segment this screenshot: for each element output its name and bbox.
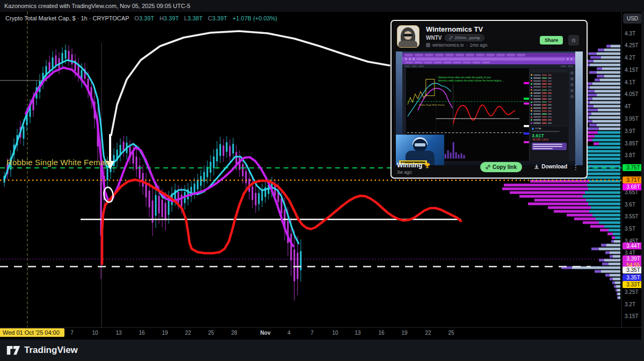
close-value: 3.39T [212,15,227,21]
time-tick: 28 [226,330,242,336]
profile-row-tip [597,75,604,78]
profile-row-tip [600,229,609,232]
tradingview-glyph [6,344,20,356]
channel-avatar[interactable] [397,25,419,48]
profile-row-tip [519,195,583,198]
attribution-bar: Kazonomics created with TradingView.com,… [0,0,644,12]
candle-body [204,172,205,181]
candle-body [162,200,163,217]
download-button[interactable]: Download [534,164,567,170]
time-tick: 16 [134,330,150,336]
candle-body [258,193,260,204]
token-badge[interactable]: 20Xm...pump [445,34,484,41]
price-label: 4.3T [625,31,635,36]
profile-row-tip [587,135,595,138]
price-label: 4.15T [625,67,639,73]
video-age: 3w ago [397,170,411,175]
profile-row-tip [611,240,614,243]
profile-row [586,199,620,202]
profile-row-tip [587,131,598,134]
video-thumbnail[interactable]: Skeleton Krew vibes are really the quali… [396,51,583,165]
profile-row [587,184,620,187]
time-axis[interactable]: Wed 01 Oct '25 04:00 710131619222528Nov4… [0,327,644,340]
channel-handle: WNTV [426,35,442,41]
crosshair-date-badge: Wed 01 Oct '25 04:00 [0,328,64,337]
time-tick: 4 [281,330,297,336]
profile-row-tip [587,90,595,93]
channel-site[interactable]: winternomics.tv [432,42,464,48]
candle-body [252,187,254,200]
price-label: 3.95T [625,116,639,122]
more-options-button[interactable]: ⋮ [573,163,579,172]
price-label: 3.2T [625,301,635,307]
symbol-legend[interactable]: Crypto Total Market Cap, $ · 1h · CRYPTO… [5,15,277,21]
card-header: Winternomics TV WNTV 20Xm...pump wintern… [396,24,582,50]
profile-row [591,207,620,209]
candle-body [136,157,138,170]
price-label: 3.9T [625,128,635,134]
profile-row-tip [606,45,611,48]
price-label: 3.85T [625,141,639,146]
currency-toggle-button[interactable]: USD [623,13,642,24]
robbie-annotation: Robbie Single White Female [6,158,111,167]
tradingview-logo[interactable]: TradingView [6,344,78,356]
price-label: 3.5T [625,226,635,232]
profile-row [618,297,620,299]
price-label: 3.25T [625,289,639,295]
profile-row [590,64,620,67]
profile-row [592,139,620,142]
candle-body [294,249,295,281]
profile-row [600,79,620,82]
cyan-ma [4,60,299,244]
profile-row-tip [598,49,604,51]
candle-body [236,152,237,164]
symbol-title[interactable]: Crypto Total Market Cap, $ · 1h · CRYPTO… [5,15,129,21]
profile-row-tip [590,56,601,59]
video-share-card: Winternomics TV WNTV 20Xm...pump wintern… [390,20,588,179]
profile-row [604,49,620,51]
profile-row [599,248,620,251]
candle-body [239,158,241,170]
trophy-icon [424,163,430,168]
profile-row [599,222,620,224]
high-label: H [160,15,164,21]
price-axis[interactable]: USD 4.3T4.25T4.2T4.15T4.1T4.05T4T3.95T3.… [621,12,644,327]
dot-separator: · [466,42,468,48]
profile-row [590,101,620,104]
candle-body [255,193,257,205]
candle-body [300,251,302,270]
profile-row [610,274,620,277]
profile-row-tip [597,68,602,70]
profile-row [610,252,620,254]
profile-row [615,282,620,284]
profile-row [588,188,620,190]
profile-row-tip [589,124,597,127]
site-favicon-icon [426,43,430,47]
profile-row-tip [602,263,609,266]
share-button[interactable]: Share [540,36,563,45]
channel-name[interactable]: Winternomics TV [426,25,483,33]
profile-row-tip [590,225,604,228]
profile-row [617,289,620,292]
profile-row-tip [595,79,600,82]
candle-body [262,190,263,201]
price-label: 4.1T [625,79,635,85]
profile-row-tip [583,222,599,224]
change-value: +1.07B (+0.03%) [233,15,277,21]
price-label: 4.2T [625,55,635,61]
profile-row [597,94,620,97]
copy-link-button[interactable]: Copy link [480,162,522,172]
candle-body [23,127,25,139]
time-tick: 25 [443,330,459,336]
profile-row [598,131,620,134]
candle-body [168,200,170,215]
profile-row [594,105,620,108]
low-value: 3.38T [187,15,202,21]
time-tick: 13 [111,330,127,336]
favorite-star-button[interactable]: ☆ [568,35,579,46]
high-value: 3.39T [164,15,179,21]
video-title: Winning [397,161,422,169]
price-badge: 3.35T [623,274,644,281]
profile-row [614,240,620,243]
profile-row [589,116,620,119]
